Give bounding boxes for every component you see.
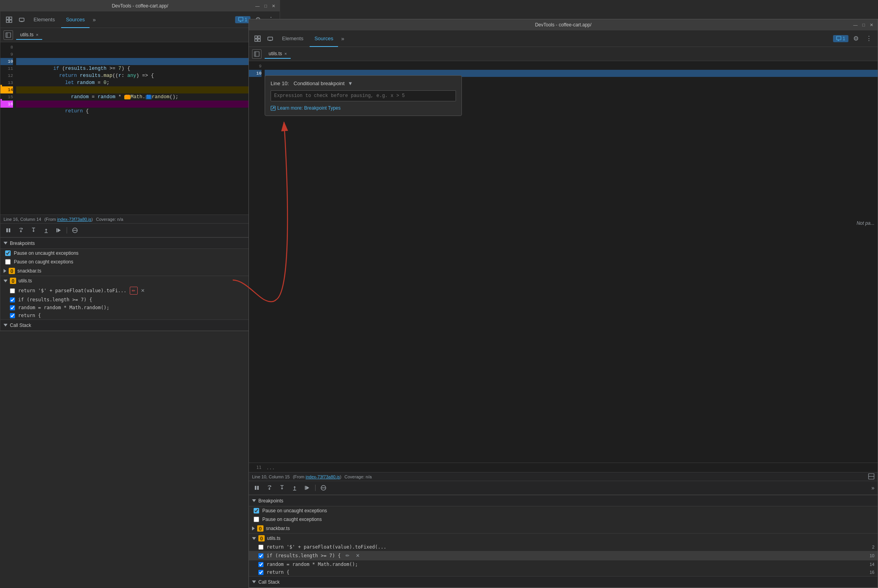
bp-2-checkbox-right[interactable] <box>258 553 263 558</box>
cbp-expression-input[interactable] <box>271 90 456 101</box>
step-into-btn-right[interactable] <box>277 483 287 493</box>
utils-header-right[interactable]: {} utils.ts <box>249 534 878 543</box>
close-btn-left[interactable]: ✕ <box>271 4 276 9</box>
bp-item-2-left[interactable]: if (results.length >= 7) { 10 <box>0 296 280 304</box>
pause-btn-right[interactable] <box>252 483 262 493</box>
bp-3-checkbox-right[interactable] <box>258 562 263 567</box>
code-line-12: let random = 0; <box>16 72 280 79</box>
maximize-btn-left[interactable]: □ <box>263 4 268 8</box>
inspect-icon-right[interactable] <box>252 33 263 44</box>
settings-icon-right[interactable]: ⚙ <box>851 33 861 44</box>
deactivate-btn-left[interactable] <box>70 226 80 235</box>
bp-2-delete-right[interactable]: ✕ <box>354 552 361 559</box>
breakpoints-header-left[interactable]: Breakpoints <box>0 238 280 249</box>
bp-2-edit-right[interactable]: ✏ <box>344 552 351 559</box>
code-ellipsis: 11 ... <box>249 463 878 472</box>
step-over-btn-right[interactable] <box>265 483 274 493</box>
from-link-left[interactable]: index-73f73a80.js <box>57 217 92 222</box>
tab-sources-left[interactable]: Sources <box>61 12 90 28</box>
callstack-label-right: Call Stack <box>258 579 280 585</box>
bp-2-checkbox-left[interactable] <box>10 297 15 302</box>
bp-1-edit-left[interactable]: ✏ <box>130 287 138 295</box>
tab-elements-right[interactable]: Elements <box>277 31 308 47</box>
tab-sources-right[interactable]: Sources <box>310 31 338 47</box>
titlebar-right-text: DevTools - coffee-cart.app/ <box>535 22 591 28</box>
utils-header-left[interactable]: {} utils.ts <box>0 276 280 286</box>
bp-item-3-left[interactable]: random = random * Math.random(); 14 <box>0 304 280 312</box>
pause-caught-row-right: Pause on caught exceptions <box>249 515 878 524</box>
step-out-btn-left[interactable] <box>41 226 51 235</box>
pause-btn-left[interactable] <box>4 226 13 235</box>
bp-4-checkbox-right[interactable] <box>258 570 263 575</box>
bp-1-cross-left[interactable]: ✕ <box>141 288 145 293</box>
bp-1-checkbox-left[interactable] <box>10 288 15 293</box>
more-tabs-right[interactable]: » <box>340 34 346 43</box>
pause-uncaught-checkbox-left[interactable] <box>5 250 11 256</box>
callstack-header-left[interactable]: Call Stack <box>0 320 280 331</box>
tab-elements-left[interactable]: Elements <box>29 12 60 28</box>
snackbar-file-icon-right: {} <box>257 525 263 532</box>
bp-1-checkbox-right[interactable] <box>258 545 263 550</box>
deactivate-btn-right[interactable] <box>319 483 328 493</box>
snackbar-header-right[interactable]: {} snackbar.ts <box>249 524 878 533</box>
bp-item-3-right[interactable]: random = random * Math.random(); 14 <box>249 560 878 568</box>
collapse-right-btn[interactable] <box>868 473 874 480</box>
badge-count-left: 1 <box>245 17 247 22</box>
snackbar-header-left[interactable]: {} snackbar.ts <box>0 266 280 276</box>
breakpoints-header-right[interactable]: Breakpoints <box>249 495 878 506</box>
step-into-btn-left[interactable] <box>29 226 38 235</box>
code-lines-left: export function slowProcessing(results: … <box>16 42 280 215</box>
pause-uncaught-checkbox-right[interactable] <box>254 508 259 513</box>
pause-caught-row-left: Pause on caught exceptions <box>0 258 280 266</box>
learn-more-link[interactable]: Learn more: Breakpoint Types <box>271 105 456 111</box>
bp-4-checkbox-left[interactable] <box>10 313 15 318</box>
minimize-btn-right[interactable]: — <box>852 22 859 27</box>
from-link-right[interactable]: index-73f73a80.js <box>306 474 340 479</box>
cbp-line-label: Line 10: <box>271 80 289 86</box>
snackbar-filename-left: snackbar.ts <box>17 268 41 274</box>
more-tabs-left[interactable]: » <box>91 15 97 24</box>
statusbar-left: Line 16, Column 14 (From index-73f73a80.… <box>0 215 280 223</box>
inspect-icon[interactable] <box>4 14 15 25</box>
device-icon-right[interactable] <box>265 33 276 44</box>
pause-caught-checkbox-left[interactable] <box>5 259 11 265</box>
filetab-close-left[interactable]: × <box>36 32 38 37</box>
breakpoints-label-left: Breakpoints <box>10 241 35 246</box>
bp-3-text-left: random = random * Math.random(); <box>18 305 109 310</box>
bp-item-2-right[interactable]: if (results.length >= 7) { ✏ ✕ 10 <box>249 551 878 560</box>
pause-caught-checkbox-right[interactable] <box>254 517 259 522</box>
svg-rect-20 <box>258 36 260 38</box>
cbp-dropdown-icon[interactable]: ▼ <box>348 80 353 86</box>
step-out-btn-right[interactable] <box>290 483 299 493</box>
file-group-snackbar-left: {} snackbar.ts <box>0 266 280 276</box>
snackbar-filename-right: snackbar.ts <box>266 526 290 531</box>
continue-btn-left[interactable] <box>54 226 64 235</box>
svg-rect-9 <box>6 228 8 232</box>
expand-panel-btn[interactable]: » <box>871 484 874 491</box>
statusbar-right: Line 10, Column 15 (From index-73f73a80.… <box>249 472 878 481</box>
step-over-btn-left[interactable] <box>16 226 26 235</box>
debug-toolbar-right: » <box>249 481 878 495</box>
sidebar-toggle-left[interactable] <box>4 30 13 40</box>
bp-3-checkbox-left[interactable] <box>10 305 15 310</box>
filetab-utils-left[interactable]: utils.ts × <box>16 30 42 40</box>
maximize-btn-right[interactable]: □ <box>861 22 866 27</box>
svg-rect-24 <box>269 40 271 41</box>
continue-btn-right[interactable] <box>303 483 312 493</box>
bp-3-line-right: 14 <box>870 562 874 567</box>
bp-item-1-right[interactable]: return '$' + parseFloat(value).toFixed(.… <box>249 543 878 551</box>
close-btn-right[interactable]: ✕ <box>869 22 874 28</box>
filetab-close-right[interactable]: × <box>284 51 287 56</box>
minimize-btn-left[interactable]: — <box>254 4 261 8</box>
message-badge-right[interactable]: 1 <box>833 35 848 42</box>
callstack-header-right[interactable]: Call Stack <box>249 577 878 588</box>
more-options-right[interactable]: ⋮ <box>863 33 874 44</box>
device-icon[interactable] <box>16 14 27 25</box>
filetab-utils-right[interactable]: utils.ts × <box>265 49 291 59</box>
code-content-left: 8 9 10 11 12 13 14 15 16 export function… <box>0 42 280 215</box>
svg-rect-26 <box>254 52 259 56</box>
bp-item-1-left[interactable]: return '$' + parseFloat(value).toFi... ✏… <box>0 286 280 296</box>
bp-item-4-left[interactable]: return { 16 <box>0 312 280 319</box>
bp-item-4-right[interactable]: return { 16 <box>249 568 878 576</box>
sidebar-toggle-right[interactable] <box>252 49 262 59</box>
